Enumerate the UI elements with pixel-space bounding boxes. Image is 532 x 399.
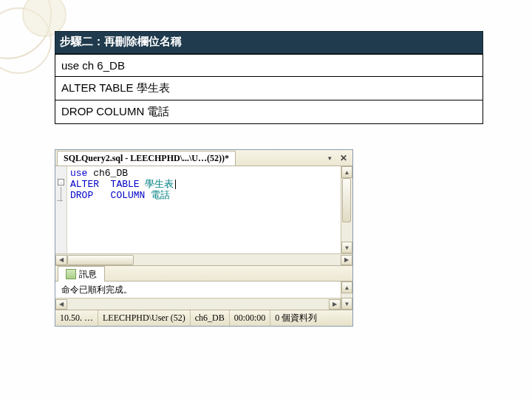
editor-text[interactable]: use ch6_DB ALTER TABLE 學生表 DROP COLUMN 電… bbox=[67, 166, 341, 253]
scroll-track[interactable] bbox=[67, 299, 329, 310]
status-elapsed: 00:00:00 bbox=[230, 310, 271, 326]
status-database: ch6_DB bbox=[191, 310, 230, 326]
scroll-right-icon[interactable]: ▶ bbox=[329, 299, 341, 310]
sql-line: use ch 6_DB bbox=[55, 55, 483, 77]
results-tabs: 訊息 bbox=[55, 265, 352, 282]
sql-line: ALTER TABLE 學生表 bbox=[55, 77, 483, 100]
fold-end bbox=[57, 200, 63, 201]
scroll-left-icon[interactable]: ◀ bbox=[55, 299, 67, 310]
scroll-up-icon[interactable]: ▲ bbox=[341, 166, 352, 178]
messages-icon bbox=[66, 269, 76, 279]
tab-overflow-icon[interactable]: ▾ bbox=[324, 153, 335, 163]
fold-guide bbox=[61, 187, 61, 202]
slide-content: 步驟二：再刪除欄位名稱 use ch 6_DB ALTER TABLE 學生表 … bbox=[55, 31, 483, 124]
text-cursor bbox=[175, 180, 176, 189]
scroll-thumb[interactable] bbox=[67, 255, 134, 265]
status-bar: 10.50. … LEECHPHD\User (52) ch6_DB 00:00… bbox=[55, 310, 352, 326]
vertical-scrollbar[interactable]: ▲ ▼ bbox=[341, 166, 352, 253]
messages-tab[interactable]: 訊息 bbox=[58, 266, 105, 282]
fold-minus-icon[interactable]: - bbox=[58, 179, 64, 185]
step-title: 步驟二：再刪除欄位名稱 bbox=[55, 32, 482, 53]
close-icon[interactable]: ✕ bbox=[338, 152, 349, 164]
vertical-scrollbar[interactable]: ▲ ▼ bbox=[341, 282, 352, 310]
step-header: 步驟二：再刪除欄位名稱 bbox=[55, 31, 483, 54]
sql-code-table: use ch 6_DB ALTER TABLE 學生表 DROP COLUMN … bbox=[55, 54, 483, 124]
scroll-thumb[interactable] bbox=[342, 178, 351, 222]
scroll-left-icon[interactable]: ◀ bbox=[55, 255, 67, 265]
scroll-track[interactable] bbox=[341, 293, 352, 298]
status-rowcount: 0 個資料列 bbox=[270, 310, 352, 326]
status-user: LEECHPHD\User (52) bbox=[98, 310, 191, 326]
editor-tabs: SQLQuery2.sql - LEECHPHD\...\U…(52))* ▾ … bbox=[55, 150, 352, 166]
scroll-track[interactable] bbox=[67, 255, 341, 265]
horizontal-scrollbar[interactable]: ◀ ▶ bbox=[55, 253, 352, 265]
message-text: 命令已順利完成。 bbox=[55, 282, 341, 298]
code-editor[interactable]: - use ch6_DB ALTER TABLE 學生表 DROP COLUMN… bbox=[55, 166, 352, 253]
query-tab[interactable]: SQLQuery2.sql - LEECHPHD\...\U…(52))* bbox=[57, 151, 236, 166]
messages-tab-label: 訊息 bbox=[79, 268, 97, 281]
scroll-up-icon[interactable]: ▲ bbox=[341, 282, 352, 293]
sql-line: DROP COLUMN 電話 bbox=[55, 100, 483, 124]
horizontal-scrollbar[interactable]: ◀ ▶ bbox=[55, 298, 341, 310]
scroll-right-icon[interactable]: ▶ bbox=[341, 255, 352, 265]
status-version: 10.50. … bbox=[55, 310, 98, 326]
scroll-down-icon[interactable]: ▼ bbox=[341, 298, 352, 310]
scroll-track[interactable] bbox=[341, 178, 352, 242]
messages-pane: 命令已順利完成。 ◀ ▶ ▲ ▼ bbox=[55, 282, 352, 310]
fold-gutter: - bbox=[55, 166, 67, 253]
scroll-down-icon[interactable]: ▼ bbox=[341, 242, 352, 253]
ssms-window: SQLQuery2.sql - LEECHPHD\...\U…(52))* ▾ … bbox=[55, 149, 353, 327]
